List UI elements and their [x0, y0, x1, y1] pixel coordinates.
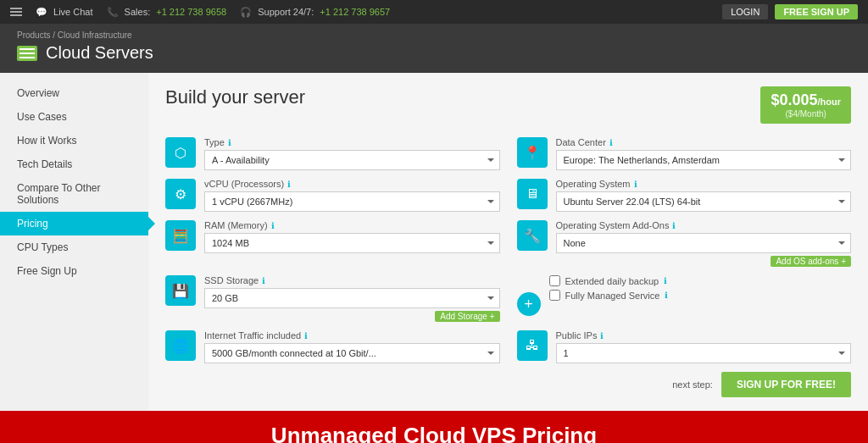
config-grid: ⬡ Type ℹ A - Availability 📍 Data Center: [165, 137, 851, 363]
top-nav: 💬 Live Chat 📞 Sales: +1 212 738 9658 🎧 S…: [0, 0, 868, 24]
content-area: Build your server $0.005/hour ($4/Month)…: [148, 73, 868, 411]
ssd-icon: 💾: [165, 275, 196, 306]
vcpu-label: vCPU (Processors) ℹ: [204, 179, 500, 189]
sidebar-item-pricing[interactable]: Pricing: [0, 212, 148, 235]
chat-icon: 💬: [36, 7, 47, 17]
ssd-row: 💾 SSD Storage ℹ 20 GB Add Storage +: [165, 275, 500, 322]
top-nav-right: LOGIN FREE SIGN UP: [722, 4, 858, 19]
page-title: Cloud Servers: [46, 43, 153, 63]
os-field: Operating System ℹ Ubuntu Server 22.04 (…: [556, 179, 852, 212]
breadcrumb: Products / Cloud Infrastructure: [17, 30, 851, 40]
sidebar-item-tech-details[interactable]: Tech Details: [0, 152, 148, 176]
extended-backup-checkbox[interactable]: [549, 275, 560, 286]
vcpu-select[interactable]: 1 vCPU (2667MHz): [204, 191, 500, 212]
price-monthly: ($4/Month): [771, 109, 841, 119]
login-button[interactable]: LOGIN: [722, 4, 768, 19]
public-ips-info-icon[interactable]: ℹ: [600, 331, 604, 341]
sales-info: 📞 Sales: +1 212 738 9658: [107, 7, 227, 18]
fully-managed-info[interactable]: ℹ: [665, 291, 668, 300]
sidebar-item-how-it-works[interactable]: How it Works: [0, 129, 148, 152]
ram-field: RAM (Memory) ℹ 1024 MB: [204, 220, 500, 253]
sidebar: Overview Use Cases How it Works Tech Det…: [0, 73, 148, 411]
os-addons-field: Operating System Add-Ons ℹ None Add OS a…: [556, 220, 852, 267]
fully-managed-checkbox[interactable]: [549, 290, 560, 301]
os-row: 🖥 Operating System ℹ Ubuntu Server 22.04…: [517, 179, 852, 212]
phone-icon: 📞: [107, 7, 119, 17]
os-label: Operating System ℹ: [556, 179, 852, 189]
public-ips-label: Public IPs ℹ: [556, 330, 852, 341]
price-badge: $0.005/hour ($4/Month): [760, 86, 851, 124]
top-nav-left: 💬 Live Chat 📞 Sales: +1 212 738 9658 🎧 S…: [10, 7, 390, 18]
traffic-icon: 🌐: [165, 330, 196, 361]
os-icon: 🖥: [517, 179, 548, 209]
type-row: ⬡ Type ℹ A - Availability: [165, 137, 500, 170]
os-addons-select[interactable]: None: [556, 233, 852, 253]
datacenter-row: 📍 Data Center ℹ Europe: The Netherlands,…: [517, 137, 852, 170]
ram-select[interactable]: 1024 MB: [204, 233, 500, 253]
page-header: Products / Cloud Infrastructure Cloud Se…: [0, 24, 868, 73]
ssd-select[interactable]: 20 GB: [204, 288, 500, 308]
public-ips-select[interactable]: 1: [556, 343, 852, 363]
ssd-label: SSD Storage ℹ: [204, 275, 500, 285]
extra-addons-row: + Extended daily backup ℹ Fully Managed …: [517, 275, 852, 322]
bottom-banner-text: Unmanaged Cloud VPS Pricing: [271, 423, 597, 443]
vcpu-field: vCPU (Processors) ℹ 1 vCPU (2667MHz): [204, 179, 500, 212]
breadcrumb-cloud: Cloud Infrastructure: [58, 30, 132, 40]
datacenter-label: Data Center ℹ: [556, 137, 852, 147]
datacenter-field: Data Center ℹ Europe: The Netherlands, A…: [556, 137, 852, 170]
free-signup-button[interactable]: FREE SIGN UP: [775, 4, 858, 19]
public-ips-row: 🖧 Public IPs ℹ 1: [517, 330, 852, 363]
type-info-icon[interactable]: ℹ: [228, 138, 231, 147]
ssd-info-icon[interactable]: ℹ: [262, 276, 265, 285]
type-label: Type ℹ: [204, 137, 500, 147]
ram-row: 🧮 RAM (Memory) ℹ 1024 MB: [165, 220, 500, 267]
os-addons-info-icon[interactable]: ℹ: [672, 221, 676, 230]
datacenter-icon: 📍: [517, 137, 548, 168]
datacenter-info-icon[interactable]: ℹ: [609, 138, 613, 147]
public-ips-field: Public IPs ℹ 1: [556, 330, 852, 363]
add-storage-link[interactable]: Add Storage +: [435, 311, 499, 322]
breadcrumb-products[interactable]: Products: [17, 30, 50, 40]
sidebar-item-free-signup[interactable]: Free Sign Up: [0, 259, 148, 283]
public-ips-icon: 🖧: [517, 330, 548, 361]
traffic-label: Internet Traffic included ℹ: [204, 330, 500, 341]
traffic-field: Internet Traffic included ℹ 5000 GB/mont…: [204, 330, 500, 363]
cloud-servers-icon: [17, 46, 37, 61]
support-info: 🎧 Support 24/7: +1 212 738 9657: [240, 7, 390, 18]
sidebar-item-use-cases[interactable]: Use Cases: [0, 105, 148, 129]
sidebar-item-cpu-types[interactable]: CPU Types: [0, 235, 148, 259]
sidebar-item-overview[interactable]: Overview: [0, 81, 148, 105]
build-title: Build your server: [165, 86, 305, 108]
type-select[interactable]: A - Availability: [204, 150, 500, 170]
plus-button[interactable]: +: [517, 292, 541, 316]
os-select[interactable]: Ubuntu Server 22.04 (LTS) 64-bit: [556, 191, 852, 212]
hamburger-menu[interactable]: [10, 8, 22, 16]
build-header: Build your server $0.005/hour ($4/Month): [165, 86, 851, 124]
extended-backup-info[interactable]: ℹ: [664, 276, 667, 285]
vcpu-row: ⚙ vCPU (Processors) ℹ 1 vCPU (2667MHz): [165, 179, 500, 212]
price-amount: $0.005/hour: [771, 91, 841, 109]
datacenter-select[interactable]: Europe: The Netherlands, Amsterdam: [556, 150, 852, 170]
os-addons-icon: 🔧: [517, 220, 548, 251]
add-os-addons-link[interactable]: Add OS add-ons +: [771, 256, 851, 267]
ram-info-icon[interactable]: ℹ: [271, 221, 275, 230]
sidebar-item-compare[interactable]: Compare To Other Solutions: [0, 176, 148, 212]
ssd-field: SSD Storage ℹ 20 GB Add Storage +: [204, 275, 500, 322]
live-chat-link[interactable]: 💬 Live Chat: [36, 7, 93, 18]
fully-managed-row[interactable]: Fully Managed Service ℹ: [549, 290, 669, 301]
extended-backup-row[interactable]: Extended daily backup ℹ: [549, 275, 669, 286]
vcpu-icon: ⚙: [165, 179, 196, 209]
headset-icon: 🎧: [240, 7, 252, 17]
traffic-row: 🌐 Internet Traffic included ℹ 5000 GB/mo…: [165, 330, 500, 363]
traffic-info-icon[interactable]: ℹ: [304, 331, 308, 341]
traffic-select[interactable]: 5000 GB/month connected at 10 Gbit/...: [204, 343, 500, 363]
plus-col: +: [517, 275, 541, 316]
page-title-row: Cloud Servers: [17, 43, 851, 63]
main-layout: Overview Use Cases How it Works Tech Det…: [0, 73, 868, 411]
extra-addons-section: Extended daily backup ℹ Fully Managed Se…: [549, 275, 669, 304]
os-info-icon[interactable]: ℹ: [634, 180, 637, 189]
next-step-label: next step:: [672, 379, 713, 390]
vcpu-info-icon[interactable]: ℹ: [287, 180, 291, 189]
type-icon: ⬡: [165, 137, 196, 168]
signup-for-free-button[interactable]: SIGN UP FOR FREE!: [721, 372, 851, 397]
